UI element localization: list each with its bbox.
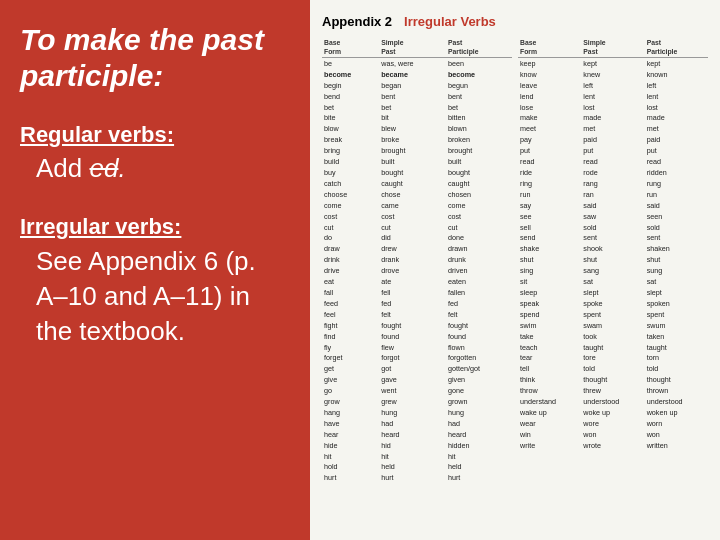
table-cell: understand	[518, 396, 581, 407]
table-cell: forget	[322, 353, 379, 364]
table-cell: come	[446, 200, 512, 211]
appendix-subtitle: Irregular Verbs	[404, 14, 496, 29]
right-verb-table: BaseForm SimplePast PastParticiple keepk…	[518, 37, 708, 451]
col-header-base-left: BaseForm	[322, 37, 379, 58]
table-cell: run	[518, 189, 581, 200]
table-cell: bring	[322, 146, 379, 157]
table-cell: heard	[446, 429, 512, 440]
table-cell: knew	[581, 69, 644, 80]
table-row: givegavegiven	[322, 375, 512, 386]
table-row: ringrangrung	[518, 178, 708, 189]
table-cell: cut	[379, 222, 446, 233]
table-row: keepkeptkept	[518, 58, 708, 69]
table-row: loselostlost	[518, 102, 708, 113]
table-row: bendbentbent	[322, 91, 512, 102]
table-cell: read	[645, 157, 708, 168]
table-row: spendspentspent	[518, 309, 708, 320]
table-row: hanghunghung	[322, 407, 512, 418]
table-cell: bought	[446, 167, 512, 178]
table-cell: fought	[446, 320, 512, 331]
table-cell: see	[518, 211, 581, 222]
table-cell: went	[379, 386, 446, 397]
table-cell: brought	[379, 146, 446, 157]
table-cell: rang	[581, 178, 644, 189]
table-cell: throw	[518, 386, 581, 397]
col-header-simple-past-left: SimplePast	[379, 37, 446, 58]
table-cell: told	[645, 364, 708, 375]
regular-verbs-section: Regular verbs: Add ed.	[20, 122, 290, 214]
table-cell: tore	[581, 353, 644, 364]
table-row: shutshutshut	[518, 255, 708, 266]
col-header-past-part-right: PastParticiple	[645, 37, 708, 58]
table-row: hearheardheard	[322, 429, 512, 440]
table-row: cutcutcut	[322, 222, 512, 233]
table-cell: feed	[322, 298, 379, 309]
table-row: gowentgone	[322, 386, 512, 397]
table-cell: sold	[581, 222, 644, 233]
table-row: catchcaughtcaught	[322, 178, 512, 189]
table-cell: broken	[446, 135, 512, 146]
table-cell: be	[322, 58, 379, 69]
table-cell: lent	[645, 91, 708, 102]
table-cell: bitten	[446, 113, 512, 124]
table-cell: find	[322, 331, 379, 342]
table-row: wearworeworn	[518, 418, 708, 429]
table-cell: drink	[322, 255, 379, 266]
table-cell: drew	[379, 244, 446, 255]
irregular-verbs-content: See Appendix 6 (p. A–10 and A–11) in the…	[36, 244, 290, 349]
table-cell: fed	[379, 298, 446, 309]
table-cell: taught	[645, 342, 708, 353]
table-cell: drawn	[446, 244, 512, 255]
table-cell: sleep	[518, 287, 581, 298]
table-row: growgrewgrown	[322, 396, 512, 407]
table-cell: took	[581, 331, 644, 342]
table-cell: spoke	[581, 298, 644, 309]
table-row: sellsoldsold	[518, 222, 708, 233]
table-cell: understood	[581, 396, 644, 407]
table-cell: sold	[645, 222, 708, 233]
table-cell: catch	[322, 178, 379, 189]
table-cell: meet	[518, 124, 581, 135]
table-cell: told	[581, 364, 644, 375]
title-block: To make the past participle:	[20, 22, 290, 94]
table-cell: worn	[645, 418, 708, 429]
table-cell: made	[645, 113, 708, 124]
table-cell: hidden	[446, 440, 512, 451]
verb-table-left: BaseForm SimplePast PastParticiple bewas…	[322, 37, 512, 484]
table-row: costcostcost	[322, 211, 512, 222]
table-cell: begun	[446, 80, 512, 91]
table-cell: swam	[581, 320, 644, 331]
table-cell: cost	[322, 211, 379, 222]
table-row: getgotgotten/got	[322, 364, 512, 375]
table-cell: say	[518, 200, 581, 211]
table-cell: caught	[446, 178, 512, 189]
table-cell: broke	[379, 135, 446, 146]
table-cell: blown	[446, 124, 512, 135]
table-cell: spent	[645, 309, 708, 320]
table-row: taketooktaken	[518, 331, 708, 342]
table-cell: shaken	[645, 244, 708, 255]
table-row: meetmetmet	[518, 124, 708, 135]
table-row: fallfellfallen	[322, 287, 512, 298]
table-row: singsangsung	[518, 266, 708, 277]
table-cell: kept	[581, 58, 644, 69]
table-cell: sat	[645, 276, 708, 287]
table-row: paypaidpaid	[518, 135, 708, 146]
table-cell: threw	[581, 386, 644, 397]
table-cell: hang	[322, 407, 379, 418]
table-cell: wear	[518, 418, 581, 429]
table-cell: sing	[518, 266, 581, 277]
verb-table-right: BaseForm SimplePast PastParticiple keepk…	[518, 37, 708, 484]
table-cell: come	[322, 200, 379, 211]
table-cell: fed	[446, 298, 512, 309]
table-row: winwonwon	[518, 429, 708, 440]
table-cell: put	[581, 146, 644, 157]
table-cell: sit	[518, 276, 581, 287]
table-cell: drunk	[446, 255, 512, 266]
table-cell: found	[379, 331, 446, 342]
table-cell: put	[518, 146, 581, 157]
table-cell: blew	[379, 124, 446, 135]
table-cell: flew	[379, 342, 446, 353]
table-row: telltoldtold	[518, 364, 708, 375]
table-cell: won	[645, 429, 708, 440]
